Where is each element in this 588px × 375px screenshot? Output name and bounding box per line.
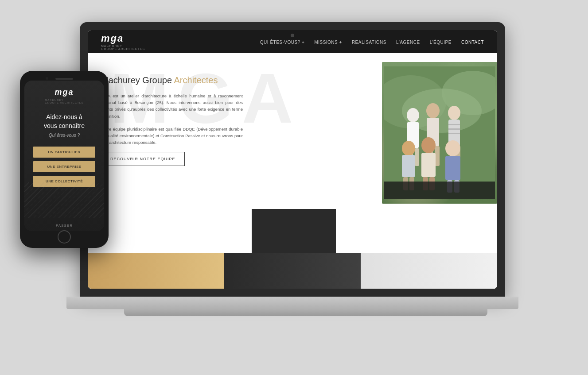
svg-point-8 [426,103,440,118]
laptop-foot [124,309,487,316]
phone-skip[interactable]: PASSER [56,224,73,228]
phone-heading: Aidez-nous à vous connaître [44,113,85,130]
nav-links: QUI ÊTES-VOUS? + MISSIONS + REALISATIONS… [260,38,484,46]
svg-rect-24 [421,153,436,177]
svg-rect-31 [384,182,495,199]
nav-link-contact[interactable]: CONTACT [461,40,484,45]
nav-item-agence[interactable]: L'AGENCE [396,38,420,46]
phone-marble-texture [24,182,104,218]
nav-link-qui[interactable]: QUI ÊTES-VOUS? + [260,40,305,45]
nav-link-agence[interactable]: L'AGENCE [396,40,420,45]
main-heading: Machurey Groupe Architectes [101,75,243,85]
svg-rect-20 [402,155,415,177]
svg-rect-14 [448,124,460,125]
phone: mga MACHUREYGROUPE ARCHITECTES Aidez-nou… [20,71,109,248]
phone-heading-line1: Aidez-nous à [46,113,82,120]
laptop-screen: mga MACHUREYGROUPE ARCHITECTES QUI ÊTES-… [88,30,497,289]
phone-camera [46,77,48,80]
logo: mga MACHUREYGROUPE ARCHITECTES [101,33,145,50]
heading-group: Machurey Groupe Architectes [101,75,243,85]
svg-point-27 [445,140,460,156]
photo-section [252,62,497,289]
main-content: MGA Machurey Groupe Architectes MGA est … [88,53,497,289]
nav-link-equipe[interactable]: L'ÉQUIPE [430,40,452,45]
svg-rect-7 [415,148,419,166]
cta-button[interactable]: DÉCOUVRIR NOTRE ÉQUIPE [101,152,185,166]
laptop-base [66,297,518,309]
scene: mga MACHUREYGROUPE ARCHITECTES QUI ÊTES-… [0,0,588,375]
phone-heading-line2: vous connaître [44,122,85,129]
nav-item-missions[interactable]: MISSIONS + [314,38,342,46]
svg-rect-16 [448,133,460,134]
nav-item-qui[interactable]: QUI ÊTES-VOUS? + [260,38,305,46]
nav-item-contact[interactable]: CONTACT [461,38,484,46]
nav-item-equipe[interactable]: L'ÉQUIPE [430,38,452,46]
team-photo-inner [382,62,497,204]
svg-rect-15 [448,128,460,130]
logo-subtitle: MACHUREYGROUPE ARCHITECTES [101,44,145,50]
phone-btn-particulier[interactable]: UN PARTICULIER [33,147,95,158]
laptop-body: mga MACHUREYGROUPE ARCHITECTES QUI ÊTES-… [80,22,505,297]
svg-point-23 [421,137,436,153]
phone-logo-sub: MACHUREYGROUPE ARCHITECTES [45,99,84,104]
text-section: Machurey Groupe Architectes MGA est un a… [101,66,243,289]
phone-btn-entreprise[interactable]: UNE ENTREPRISE [33,161,95,172]
phone-home-button[interactable] [58,230,71,244]
svg-point-19 [402,141,415,156]
svg-point-4 [407,108,419,122]
paragraph-2: Notre équipe pluridisciplinaire est qual… [101,126,243,146]
content-area: Machurey Groupe Architectes MGA est un a… [101,66,497,289]
phone-subheading: Qui êtes-vous ? [49,133,80,138]
laptop: mga MACHUREYGROUPE ARCHITECTES QUI ÊTES-… [80,22,523,341]
nav-item-realisations[interactable]: REALISATIONS [352,38,386,46]
svg-point-12 [448,106,460,120]
dark-block [252,209,336,253]
logo-text: mga [101,33,145,44]
svg-rect-28 [445,156,460,180]
paragraph-1: MGA est un atelier d'architecture à éche… [101,93,243,120]
heading-highlight: Architectes [174,75,218,85]
phone-body: mga MACHUREYGROUPE ARCHITECTES Aidez-nou… [20,71,109,248]
website: mga MACHUREYGROUPE ARCHITECTES QUI ÊTES-… [88,30,497,289]
phone-speaker [55,78,73,80]
heading-normal: Machurey Groupe [101,75,172,85]
team-photo-svg [384,66,495,199]
phone-screen: mga MACHUREYGROUPE ARCHITECTES Aidez-nou… [24,81,104,231]
team-photo [382,62,497,204]
laptop-camera [291,34,294,37]
nav-link-missions[interactable]: MISSIONS + [314,40,342,45]
phone-content: mga MACHUREYGROUPE ARCHITECTES Aidez-nou… [24,81,104,231]
nav-link-realisations[interactable]: REALISATIONS [352,40,386,45]
phone-logo: mga [55,88,74,97]
